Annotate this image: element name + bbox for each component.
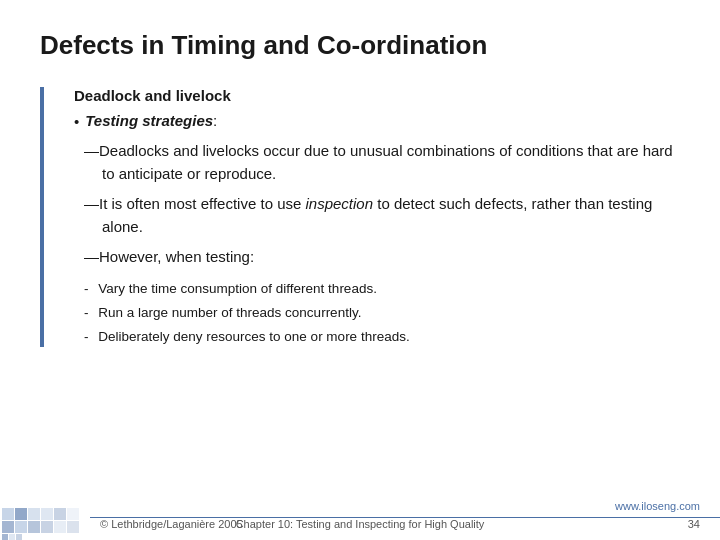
em-dash-2-italic: inspection <box>306 195 374 212</box>
sub-bullets-list: - Vary the time consumption of different… <box>74 279 680 348</box>
sub-bullet-3-text: Deliberately deny resources to one or mo… <box>98 327 409 347</box>
bullet-dot: • <box>74 113 79 130</box>
svg-rect-12 <box>2 534 8 540</box>
sub-bullet-3: - Deliberately deny resources to one or … <box>84 327 680 347</box>
footer-url: www.iloseng.com <box>615 500 700 512</box>
footer-copyright: © Lethbridge/Laganière 2005 <box>100 518 243 530</box>
svg-rect-6 <box>41 508 53 520</box>
sub-bullet-1-text: Vary the time consumption of different t… <box>98 279 377 299</box>
dash-prefix-3: - <box>84 327 92 347</box>
sub-bullet-1: - Vary the time consumption of different… <box>84 279 680 299</box>
testing-strategies-bullet: • Testing strategies: <box>74 112 680 130</box>
sub-bullet-2-text: Run a large number of threads concurrent… <box>98 303 361 323</box>
svg-rect-13 <box>9 534 15 540</box>
slide-title: Defects in Timing and Co-ordination <box>40 30 680 67</box>
section-heading: Deadlock and livelock <box>74 87 680 104</box>
svg-rect-3 <box>2 521 14 533</box>
footer: www.iloseng.com © Lethbridge/Laganière 2… <box>0 488 720 540</box>
dash-prefix-1: - <box>84 279 92 299</box>
footer-page-number: 34 <box>688 518 700 530</box>
svg-rect-1 <box>15 508 27 520</box>
em-dash-2-part1: —It is often most effective to use <box>84 195 306 212</box>
svg-rect-9 <box>54 521 66 533</box>
decorative-squares <box>0 488 88 540</box>
em-dash-line-3: —However, when testing: <box>84 246 680 269</box>
content-area: Deadlock and livelock • Testing strategi… <box>40 87 680 347</box>
svg-rect-8 <box>41 521 53 533</box>
sub-bullet-2: - Run a large number of threads concurre… <box>84 303 680 323</box>
bullet-text: Testing strategies: <box>85 112 217 129</box>
svg-rect-11 <box>67 521 79 533</box>
svg-rect-10 <box>67 508 79 520</box>
slide: Defects in Timing and Co-ordination Dead… <box>0 0 720 540</box>
svg-rect-2 <box>28 508 40 520</box>
svg-rect-4 <box>15 521 27 533</box>
svg-rect-14 <box>16 534 22 540</box>
em-dash-line-2: —It is often most effective to use inspe… <box>84 193 680 238</box>
svg-rect-0 <box>2 508 14 520</box>
svg-rect-7 <box>54 508 66 520</box>
em-dash-3-text: —However, when testing: <box>84 248 254 265</box>
em-dash-block: —Deadlocks and livelocks occur due to un… <box>74 140 680 269</box>
em-dash-1-text: —Deadlocks and livelocks occur due to un… <box>84 142 673 182</box>
footer-chapter: Chapter 10: Testing and Inspecting for H… <box>236 518 485 530</box>
bullet-italic-label: Testing strategies <box>85 112 213 129</box>
dash-prefix-2: - <box>84 303 92 323</box>
svg-rect-5 <box>28 521 40 533</box>
em-dash-line-1: —Deadlocks and livelocks occur due to un… <box>84 140 680 185</box>
